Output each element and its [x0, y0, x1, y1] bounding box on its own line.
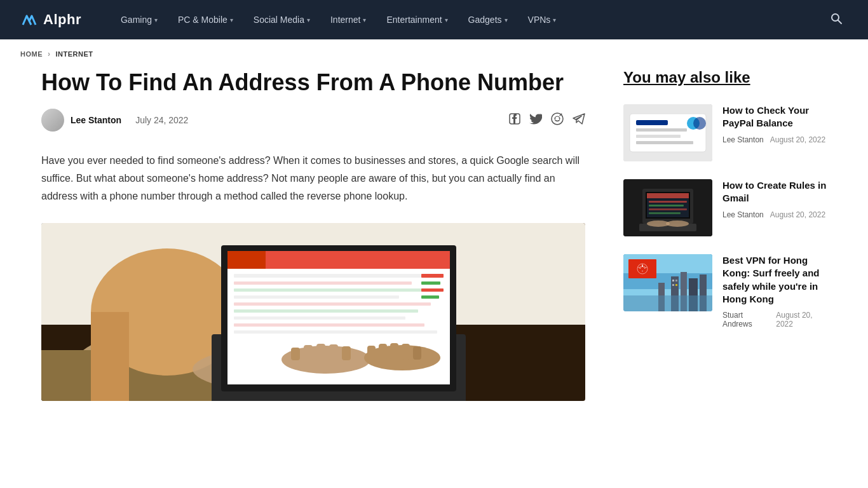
- svg-rect-78: [672, 280, 674, 281]
- facebook-share-icon[interactable]: [509, 113, 520, 128]
- svg-point-66: [666, 220, 689, 227]
- breadcrumb-current: INTERNET: [56, 50, 93, 58]
- sidebar-cards: How to Check Your PayPal Balance Lee Sta…: [623, 104, 827, 329]
- page-wrapper: How To Find An Address From A Phone Numb…: [21, 69, 847, 401]
- svg-rect-62: [649, 208, 687, 210]
- article-hero-image: [41, 223, 585, 401]
- nav-item-entertainment[interactable]: Entertainment ▾: [377, 10, 456, 30]
- svg-rect-14: [91, 312, 129, 401]
- chevron-icon: ▾: [363, 17, 366, 24]
- svg-rect-30: [234, 330, 437, 334]
- svg-rect-28: [234, 316, 405, 320]
- avatar: [41, 109, 64, 132]
- telegram-share-icon[interactable]: [573, 113, 585, 128]
- nav-item-gaming[interactable]: Gaming ▾: [112, 10, 166, 30]
- sidebar-card-hongkong-date: August 20, 2022: [776, 311, 827, 329]
- svg-rect-50: [636, 128, 687, 132]
- twitter-share-icon[interactable]: [529, 113, 542, 128]
- svg-rect-25: [234, 295, 399, 299]
- nav-item-social-media[interactable]: Social Media ▾: [245, 10, 319, 30]
- svg-rect-45: [402, 344, 410, 360]
- search-button[interactable]: [825, 7, 848, 33]
- article-meta: Lee Stanton July 24, 2022: [41, 109, 585, 132]
- svg-point-5: [555, 118, 556, 119]
- sidebar-card-paypal-image: [623, 104, 712, 161]
- logo[interactable]: Alphr: [20, 11, 81, 29]
- nav-item-internet[interactable]: Internet ▾: [322, 10, 375, 30]
- svg-rect-23: [234, 281, 412, 285]
- chevron-icon: ▾: [445, 17, 448, 24]
- article-intro: Have you ever needed to find someone's a…: [41, 152, 585, 205]
- svg-rect-31: [421, 274, 444, 278]
- svg-rect-52: [636, 141, 693, 144]
- chevron-icon: ▾: [154, 17, 158, 24]
- svg-rect-81: [675, 284, 677, 286]
- nav-item-vpns[interactable]: VPNs ▾: [519, 10, 566, 30]
- svg-rect-80: [672, 284, 674, 286]
- chevron-icon: ▾: [230, 17, 233, 24]
- svg-rect-51: [636, 135, 681, 138]
- svg-rect-41: [342, 346, 351, 360]
- sidebar-card-gmail-author: Lee Stanton: [722, 210, 764, 219]
- svg-rect-22: [234, 274, 444, 278]
- svg-rect-46: [413, 346, 421, 360]
- nav-item-pc-mobile[interactable]: PC & Mobile ▾: [169, 10, 242, 30]
- chevron-icon: ▾: [553, 17, 556, 24]
- article-date: July 24, 2022: [135, 115, 188, 125]
- author-name: Lee Stanton: [71, 115, 121, 125]
- sidebar-card-paypal-title: How to Check Your PayPal Balance: [722, 104, 827, 130]
- svg-rect-34: [421, 295, 439, 299]
- sidebar-card-paypal-author: Lee Stanton: [722, 135, 764, 144]
- article-author: Lee Stanton July 24, 2022: [41, 109, 188, 132]
- nav-item-gadgets[interactable]: Gadgets ▾: [459, 10, 517, 30]
- svg-rect-63: [649, 212, 681, 214]
- sidebar-card-paypal[interactable]: How to Check Your PayPal Balance Lee Sta…: [623, 104, 827, 161]
- svg-rect-43: [379, 344, 387, 360]
- sidebar-title: You may also like: [623, 69, 827, 86]
- chevron-icon: ▾: [307, 17, 310, 24]
- breadcrumb-home[interactable]: HOME: [20, 50, 43, 58]
- svg-rect-21: [227, 251, 266, 269]
- chevron-icon: ▾: [505, 17, 508, 24]
- svg-rect-39: [316, 344, 325, 360]
- svg-rect-82: [623, 295, 712, 311]
- svg-rect-26: [234, 302, 431, 306]
- breadcrumb: HOME › INTERNET: [0, 39, 868, 69]
- svg-rect-79: [675, 280, 677, 281]
- svg-line-7: [560, 114, 561, 116]
- sidebar-card-hongkong-image: [623, 254, 712, 311]
- logo-text: Alphr: [43, 11, 81, 28]
- logo-icon: [20, 11, 38, 29]
- svg-rect-60: [649, 201, 687, 203]
- sidebar: You may also like: [623, 69, 827, 401]
- svg-rect-61: [649, 205, 684, 207]
- svg-rect-49: [636, 120, 668, 125]
- article: How To Find An Address From A Phone Numb…: [41, 69, 585, 401]
- breadcrumb-separator: ›: [48, 50, 51, 58]
- main-nav: Alphr Gaming ▾ PC & Mobile ▾ Social Medi…: [0, 0, 868, 39]
- sidebar-card-gmail-title: How to Create Rules in Gmail: [722, 179, 827, 205]
- sidebar-card-gmail[interactable]: How to Create Rules in Gmail Lee Stanton…: [623, 179, 827, 236]
- sidebar-card-hongkong-author: Stuart Andrews: [722, 311, 770, 329]
- svg-line-1: [838, 20, 841, 24]
- svg-rect-59: [647, 193, 689, 198]
- nav-links: Gaming ▾ PC & Mobile ▾ Social Media ▾ In…: [112, 10, 825, 30]
- search-icon: [830, 12, 843, 25]
- sidebar-card-paypal-date: August 20, 2022: [770, 135, 825, 144]
- svg-rect-38: [304, 345, 313, 360]
- reddit-share-icon[interactable]: [551, 112, 564, 128]
- article-title: How To Find An Address From A Phone Numb…: [41, 69, 585, 96]
- svg-rect-42: [367, 346, 376, 360]
- svg-rect-44: [390, 343, 398, 360]
- svg-rect-24: [234, 288, 424, 292]
- svg-rect-27: [234, 309, 418, 313]
- svg-rect-33: [421, 288, 444, 292]
- svg-rect-37: [291, 348, 300, 360]
- sidebar-card-hongkong[interactable]: Best VPN for Hong Kong: Surf freely and …: [623, 254, 827, 329]
- svg-rect-32: [421, 281, 440, 285]
- svg-point-54: [693, 117, 706, 130]
- sidebar-card-hongkong-title: Best VPN for Hong Kong: Surf freely and …: [722, 254, 827, 306]
- sidebar-card-gmail-date: August 20, 2022: [770, 210, 825, 219]
- share-icons: [509, 112, 585, 128]
- sidebar-card-gmail-image: [623, 179, 712, 236]
